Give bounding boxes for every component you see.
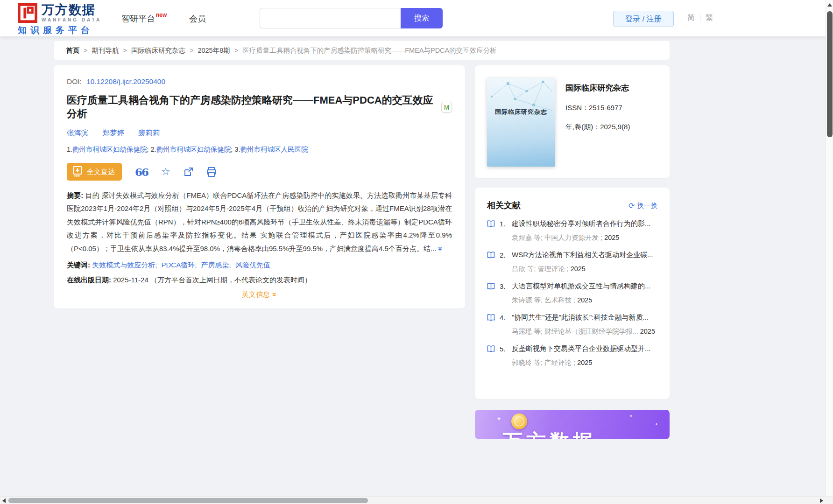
author-link[interactable]: 张海滨 [67, 128, 89, 138]
abstract-paragraph: 摘要: 目的 探讨失效模式与效应分析（FMEA）联合PDCA循环法在产房感染防控… [67, 189, 452, 256]
brand-name-cn: 万方数据 [42, 4, 101, 16]
online-date-value: 2025-11-24 [113, 276, 148, 284]
keyword-separator: ; [229, 261, 231, 269]
search-input[interactable] [260, 8, 401, 28]
related-article-link[interactable]: WSR方法论视角下利益相关者驱动对企业碳... [512, 251, 657, 259]
scroll-right-arrow[interactable] [820, 498, 823, 503]
online-date-row: 在线出版日期: 2025-11-24 （万方平台首次上网日期，不代表论文的发表时… [67, 276, 452, 285]
english-info-expand-icon: » [271, 293, 279, 297]
related-article-link[interactable]: 反垄断视角下交易类平台企业数据驱动型并... [512, 344, 657, 353]
breadcrumb-journal-nav[interactable]: 期刊导航 [92, 46, 119, 55]
related-article-link[interactable]: "协同共生"还是"此消彼长":科技金融与新质... [512, 313, 657, 322]
sparkle-icon: ✦ [629, 413, 633, 419]
vertical-scrollbar[interactable] [826, 0, 833, 497]
horizontal-scroll-thumb[interactable] [8, 498, 368, 503]
keyword-link[interactable]: 风险优先值 [235, 261, 270, 269]
author-link[interactable]: 裴莉莉 [138, 128, 160, 138]
breadcrumb-separator: > [234, 47, 238, 54]
medsci-badge-icon[interactable]: M [441, 102, 452, 112]
affiliation-index: 3. [234, 146, 240, 153]
online-date-label: 在线出版日期: [67, 276, 111, 284]
related-article-link[interactable]: 建设性职场秘密分享对倾听者合作行为的影... [512, 219, 657, 228]
affiliation-link[interactable]: 衢州市柯城区妇幼保健院 [156, 146, 231, 153]
lang-simplified[interactable]: 简 [687, 13, 695, 23]
breadcrumb-separator: > [84, 47, 87, 54]
item-number: 4. [500, 314, 512, 322]
sparkle-icon: ✦ [496, 415, 501, 422]
keyword-link[interactable]: 产房感染 [201, 261, 229, 269]
list-item: 3. 大语言模型对单机游戏交互性与情感构建的... 朱诗源 等; 艺术科技 ; … [487, 282, 657, 306]
scroll-up-arrow[interactable] [827, 3, 832, 7]
related-article-meta: 郭晓玲 等; 产经评论 ; 2025 [487, 357, 657, 369]
affiliation-index: 2. [151, 146, 156, 153]
wanfang-logo-icon [18, 3, 37, 23]
book-icon [487, 283, 495, 290]
breadcrumb-issue[interactable]: 2025年8期 [198, 46, 230, 55]
login-register-button[interactable]: 登录 / 注册 [613, 11, 674, 27]
breadcrumb-current: 医疗质量工具耦合视角下的产房感染防控策略研究——FMEA与PDCA的交互效应分析 [242, 46, 497, 55]
share-export-icon[interactable] [184, 167, 193, 177]
doi-link[interactable]: 10.12208/j.ijcr.20250400 [86, 77, 165, 85]
journal-volume: 年,卷(期)：2025,9(8) [565, 123, 630, 132]
item-number: 5. [500, 345, 512, 353]
keyword-link[interactable]: 失效模式与效应分析 [92, 261, 155, 269]
scroll-left-arrow[interactable] [2, 498, 6, 503]
cover-network-decoration [487, 78, 555, 125]
site-logo[interactable]: 万方数据 WANFANG DATA 知识服务平台 [18, 3, 101, 36]
nav-item-zhiyan[interactable]: 智研平台new [121, 13, 166, 24]
item-number: 3. [500, 282, 512, 290]
fulltext-button[interactable]: free 全文直达 [67, 163, 122, 181]
lang-divider [700, 14, 700, 22]
author-link[interactable]: 郑梦婷 [103, 128, 125, 138]
related-article-meta: 朱诗源 等; 艺术科技 ; 2025 [487, 295, 657, 306]
related-article-meta: 吕欣 等; 管理评论 ; 2025 [487, 264, 657, 275]
site-header: 万方数据 WANFANG DATA 知识服务平台 智研平台new 会员 搜索 登… [0, 0, 833, 36]
favorite-star-icon[interactable]: ☆ [161, 167, 170, 177]
promo-banner[interactable]: ✦ ✦ ✦ 万方数据 [475, 410, 670, 439]
lang-traditional[interactable]: 繁 [706, 13, 713, 23]
journal-cover[interactable]: 国际临床研究杂志 [487, 78, 555, 167]
keywords-row: 关键词: 失效模式与效应分析; PDCA循环; 产房感染; 风险优先值 [67, 261, 452, 270]
keyword-link[interactable]: PDCA循环 [162, 261, 195, 269]
breadcrumb-home[interactable]: 首页 [66, 46, 79, 55]
print-icon[interactable] [206, 167, 217, 177]
online-date-note: （万方平台首次上网日期，不代表论文的发表时间） [150, 276, 311, 284]
authors-row: 张海滨 郑梦婷 裴莉莉 [67, 128, 452, 138]
book-icon [487, 345, 495, 352]
affiliation-separator: ; [147, 146, 151, 153]
related-article-link[interactable]: 大语言模型对单机游戏交互性与情感构建的... [512, 282, 657, 291]
horizontal-scrollbar[interactable] [0, 497, 833, 504]
search-button[interactable]: 搜索 [401, 8, 443, 28]
book-icon [487, 314, 495, 321]
affiliation-index: 1. [67, 146, 72, 153]
list-item: 5. 反垄断视角下交易类平台企业数据驱动型并... 郭晓玲 等; 产经评论 ; … [487, 344, 657, 369]
nav-item-member[interactable]: 会员 [189, 13, 206, 24]
abstract-label: 摘要: [67, 191, 83, 199]
english-info-toggle[interactable]: 英文信息» [67, 290, 452, 299]
related-title: 相关文献 [487, 200, 521, 211]
refresh-icon: ⟳ [628, 201, 635, 210]
breadcrumb-separator: > [123, 47, 127, 54]
list-item: 1. 建设性职场秘密分享对倾听者合作行为的影... 袁煜嘉 等; 中国人力资源开… [487, 219, 657, 244]
journal-name[interactable]: 国际临床研究杂志 [565, 83, 630, 93]
vertical-scroll-thumb[interactable] [827, 11, 833, 137]
related-article-meta: 马露瑶 等; 财经论丛（浙江财经学院学报... 2025 [487, 326, 657, 337]
affiliation-link[interactable]: 衢州市柯城区妇幼保健院 [72, 146, 147, 153]
keyword-separator: ; [195, 261, 197, 269]
svg-text:free: free [74, 174, 80, 177]
page-title: 医疗质量工具耦合视角下的产房感染防控策略研究——FMEA与PDCA的交互效应分析 [67, 94, 436, 120]
abstract-expand-icon[interactable]: » [433, 247, 447, 251]
article-card: DOI: 10.12208/j.ijcr.20250400 医疗质量工具耦合视角… [54, 65, 465, 308]
banner-clipped-text: 万方数据 [503, 428, 596, 439]
journal-card: 国际临床研究杂志 国际临床研究杂志 ISSN：2515-6977 年,卷(期)：… [475, 65, 670, 178]
affiliation-link[interactable]: 衢州市柯城区人民医院 [240, 146, 308, 153]
refresh-related-button[interactable]: ⟳ 换一换 [628, 201, 657, 210]
sparkle-icon: ✦ [655, 422, 658, 427]
doi-label: DOI: [67, 77, 82, 85]
article-actions: free 全文直达 66 ☆ [67, 163, 452, 181]
language-switch: 简 繁 [687, 13, 713, 23]
breadcrumb-journal[interactable]: 国际临床研究杂志 [131, 46, 185, 55]
new-badge: new [156, 12, 167, 18]
item-number: 1. [500, 220, 512, 228]
cite-quote-icon[interactable]: 66 [135, 167, 148, 177]
